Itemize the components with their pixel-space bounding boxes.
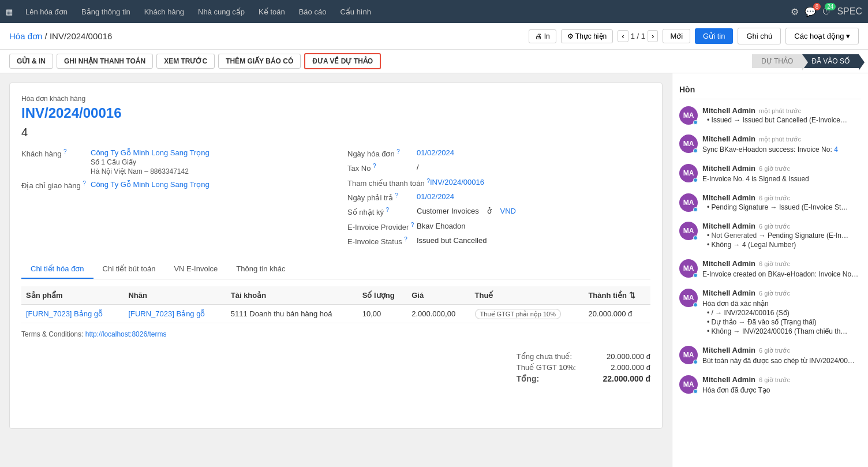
- label-cell[interactable]: [FURN_7023] Bảng gỗ: [124, 305, 226, 323]
- msg-4-content: Mitchell Admin 6 giờ trước Pending Signa…: [702, 193, 861, 212]
- avatar-9: MA: [679, 375, 698, 394]
- col-nhan: Nhãn: [124, 286, 226, 305]
- them-giay-button[interactable]: THÊM GIẤY BÁO CÓ: [218, 54, 301, 69]
- gui-in-button[interactable]: GỬI & IN: [9, 54, 53, 69]
- msg-3-author: Mitchell Admin: [702, 164, 755, 173]
- nav-len-hoa-don[interactable]: Lên hóa đơn: [20, 5, 73, 18]
- breadcrumb: Hóa đơn / INV/2024/00016: [9, 31, 112, 42]
- msg-9-text: Hóa đơn đã được Tạo: [702, 385, 861, 395]
- settings-icon[interactable]: ⚙: [791, 6, 799, 17]
- msg-9-author: Mitchell Admin: [702, 375, 755, 384]
- message-badge: 8: [813, 3, 821, 10]
- print-button[interactable]: 🖨 In: [529, 29, 556, 43]
- tax-no-value: /: [417, 163, 419, 173]
- tax-badge: Thuế GTGT phải nộp 10%: [475, 309, 561, 319]
- invoice-content: Hóa đơn khách hàng INV/2024/00016 4 Khác…: [0, 73, 672, 467]
- activity-icon[interactable]: ⏱ 24: [822, 6, 831, 17]
- tab-thong-tin-khac[interactable]: Thông tin khác: [227, 260, 294, 279]
- msg-8-time: 6 giờ trước: [759, 347, 790, 354]
- msg-1-time: một phút trước: [759, 107, 801, 115]
- next-record-button[interactable]: ›: [648, 30, 658, 42]
- msg-4: MA Mitchell Admin 6 giờ trước Pending Si…: [679, 193, 861, 212]
- tham-chieu-value[interactable]: INV/2024/00016: [430, 178, 484, 188]
- account-cell: 5111 Doanh thu bán hàng hoá: [226, 305, 358, 323]
- subtotal-label: Tổng chưa thuế:: [517, 352, 572, 361]
- tab-vn-einvoice[interactable]: VN E-Invoice: [164, 260, 227, 279]
- terms-link[interactable]: http://localhost:8026/terms: [85, 330, 167, 338]
- msg-4-time: 6 giờ trước: [759, 195, 790, 202]
- msg-6-content: Mitchell Admin 6 giờ trước E-Invoice cre…: [702, 259, 861, 279]
- ngay-phai-tra-label: Ngày phải trả ?: [347, 192, 417, 202]
- tax-value: 2.000.000 đ: [611, 363, 650, 372]
- msg-8-text: Bút toán này đã được sao chép từ INV/202…: [702, 356, 861, 366]
- guiTin-button[interactable]: Gửi tin: [695, 28, 733, 44]
- msg-2-time: một phút trước: [759, 136, 801, 143]
- delivery-name[interactable]: Công Ty Gỗ Minh Long Sang Trọng: [91, 180, 209, 190]
- avatar-3: MA: [679, 164, 698, 182]
- delivery-label: Địa chỉ giao hàng ?: [21, 180, 91, 190]
- nav-khach-hang[interactable]: Khách hàng: [139, 5, 190, 18]
- xem-truoc-button[interactable]: XEM TRƯỚC: [156, 54, 215, 69]
- breadcrumb-base[interactable]: Hóa đơn: [9, 31, 42, 41]
- tab-chi-tiet-but-toan[interactable]: Chi tiết bút toán: [93, 260, 165, 279]
- dua-ve-button[interactable]: ĐƯA VỀ DỰ THẢO: [304, 53, 381, 69]
- msg-1-bullet-0: Issued → Issued but Cancelled (E-Invoice…: [707, 116, 861, 124]
- invoice-card: Hóa đơn khách hàng INV/2024/00016 4 Khác…: [9, 83, 663, 429]
- ghiChu-button[interactable]: Ghi chú: [738, 28, 781, 44]
- msg-2: MA Mitchell Admin một phút trước Sync BK…: [679, 135, 861, 155]
- thuchien-button[interactable]: ⚙ Thực hiện: [561, 29, 613, 43]
- breadcrumb-current: INV/2024/00016: [50, 31, 112, 41]
- product-cell[interactable]: [FURN_7023] Bảng gỗ: [21, 305, 124, 323]
- msg-4-bullet-0: Pending Signature → Issued (E-Invoice St…: [707, 203, 861, 211]
- invoice-tabs: Chi tiết hóa đơn Chi tiết bút toán VN E-…: [21, 260, 650, 279]
- nav-cau-hinh[interactable]: Cấu hình: [334, 5, 377, 18]
- tab-chi-tiet-hoa-don[interactable]: Chi tiết hóa đơn: [21, 260, 93, 279]
- left-fields: Khách hàng ? Công Ty Gỗ Minh Long Sang T…: [21, 148, 324, 251]
- tax-row: Thuế GTGT 10%: 2.000.000 đ: [517, 363, 650, 372]
- col-tai-khoan: Tài khoản: [226, 286, 358, 305]
- hoatDong-button[interactable]: Các hoạt động ▾: [785, 28, 859, 44]
- status-da-vao-so[interactable]: ĐÃ VÀO SỐ: [802, 54, 859, 68]
- totals-section: Tổng chưa thuế: 20.000.000 đ Thuế GTGT 1…: [21, 345, 650, 393]
- customer-addr2: Hà Nội Việt Nam – 8863347142: [91, 167, 209, 175]
- msg-7-bullet-0: / → INV/2024/00016 (Số): [707, 309, 861, 317]
- msg-9-time: 6 giờ trước: [759, 376, 790, 384]
- customer-name[interactable]: Công Ty Gỗ Minh Long Sang Trọng: [91, 148, 209, 157]
- total-cell: 20.000.000 đ: [583, 305, 650, 323]
- msg-8-content: Mitchell Admin 6 giờ trước Bút toán này …: [702, 346, 861, 366]
- so-nhat-ky-label: Số nhật ký ?: [347, 207, 417, 216]
- moi-button[interactable]: Mới: [663, 29, 690, 43]
- col-so-luong: Số lượng: [358, 286, 407, 305]
- status-du-thao[interactable]: DỰ THẢO: [752, 54, 802, 68]
- tax-no-field: Tax No ? /: [347, 163, 650, 173]
- table-row: [FURN_7023] Bảng gỗ [FURN_7023] Bảng gỗ …: [21, 305, 650, 323]
- einvoice-status-field: E-Invoice Status ? Issued but Cancelled: [347, 236, 650, 246]
- nav-nha-cung-cap[interactable]: Nhà cung cấp: [192, 5, 250, 18]
- nav-ke-toan[interactable]: Kế toán: [253, 5, 291, 18]
- apps-icon[interactable]: ▦: [6, 8, 13, 16]
- right-fields: Ngày hóa đơn ? 01/02/2024 Tax No ? / Tha…: [347, 148, 650, 251]
- invoice-table: Sản phẩm Nhãn Tài khoản Số lượng Giá Thu…: [21, 286, 650, 323]
- customer-field: Khách hàng ? Công Ty Gỗ Minh Long Sang T…: [21, 148, 324, 175]
- nav-bang-thong-tin[interactable]: Bảng thông tin: [76, 5, 136, 18]
- total-value: 22.000.000 đ: [603, 374, 650, 383]
- einvoice-provider-value: Bkav Ehoadon: [417, 222, 466, 231]
- activity-badge: 24: [825, 3, 836, 10]
- record-counter: 1 / 1: [631, 32, 645, 40]
- tham-chieu-label: Tham chiếu thanh toán ?: [347, 178, 430, 188]
- msg-7: MA Mitchell Admin 6 giờ trước Hóa đơn đã…: [679, 289, 861, 337]
- ghi-nhan-button[interactable]: GHI NHẬN THANH TOÁN: [57, 54, 153, 69]
- subtotal-row: Tổng chưa thuế: 20.000.000 đ: [517, 352, 650, 361]
- message-icon[interactable]: 💬 8: [805, 6, 816, 17]
- ngay-hoa-don-value: 01/02/2024: [417, 148, 454, 158]
- msg-1: MA Mitchell Admin một phút trước Issued …: [679, 106, 861, 125]
- ngay-hoa-don-label: Ngày hóa đơn ?: [347, 148, 417, 158]
- avatar-8: MA: [679, 346, 698, 364]
- msg-6: MA Mitchell Admin 6 giờ trước E-Invoice …: [679, 259, 861, 279]
- col-thue: Thuế: [470, 286, 584, 305]
- prev-record-button[interactable]: ‹: [618, 30, 628, 42]
- msg-5-time: 6 giờ trước: [759, 223, 790, 230]
- total-row: Tổng: 22.000.000 đ: [517, 374, 650, 383]
- nav-bao-cao[interactable]: Báo cáo: [293, 5, 332, 18]
- subtotal-value: 20.000.000 đ: [607, 352, 650, 361]
